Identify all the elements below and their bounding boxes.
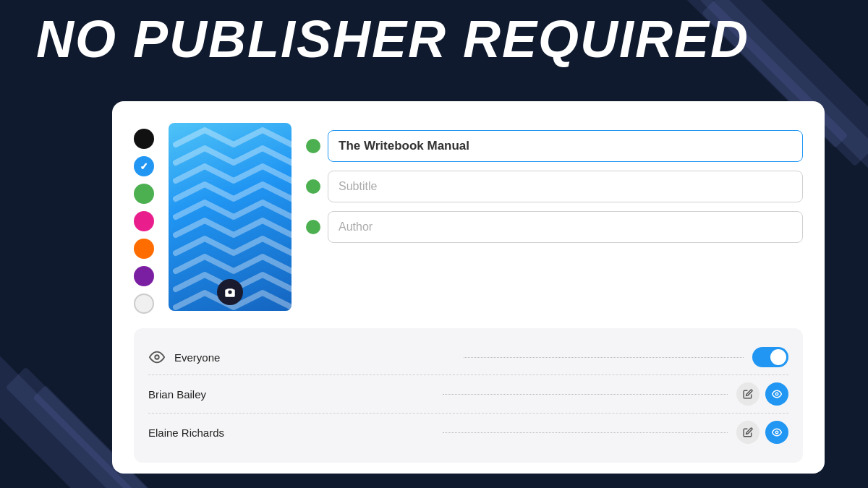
subtitle-indicator <box>306 179 320 194</box>
toggle-knob <box>770 349 786 365</box>
title-indicator <box>306 139 320 153</box>
top-section: ✓ <box>134 123 803 314</box>
elaine-view-button[interactable] <box>765 421 788 444</box>
page-title: NO PUBLISHER REQUIRED <box>36 13 749 65</box>
svg-point-0 <box>155 355 159 359</box>
color-option-white[interactable] <box>134 294 154 314</box>
dotted-line-everyone <box>464 357 744 358</box>
eye-icon-brian <box>772 389 782 399</box>
pencil-icon <box>743 389 753 399</box>
subtitle-input[interactable] <box>328 171 803 202</box>
author-indicator <box>306 220 320 234</box>
author-field-row <box>306 211 803 243</box>
dotted-line-elaine <box>443 432 728 433</box>
color-picker: ✓ <box>134 123 154 314</box>
permissions-section: Everyone Brian Bailey <box>134 328 803 463</box>
cover-preview <box>169 123 292 311</box>
svg-point-1 <box>775 393 778 395</box>
permission-row-everyone: Everyone <box>148 340 788 375</box>
color-option-purple[interactable] <box>134 266 154 286</box>
everyone-toggle[interactable] <box>752 347 788 367</box>
color-option-black[interactable] <box>134 129 154 149</box>
main-card: ✓ <box>112 101 825 474</box>
brian-actions <box>736 382 788 406</box>
elaine-actions <box>736 421 788 444</box>
color-option-blue[interactable]: ✓ <box>134 156 154 176</box>
permission-row-elaine: Elaine Richards <box>148 414 788 451</box>
camera-icon <box>224 286 237 299</box>
dotted-line-brian <box>443 394 728 395</box>
eye-icon-everyone <box>148 348 166 366</box>
everyone-label: Everyone <box>174 351 455 364</box>
elaine-richards-name: Elaine Richards <box>148 427 434 439</box>
brian-bailey-name: Brian Bailey <box>148 388 434 401</box>
camera-button[interactable] <box>217 279 243 305</box>
color-option-green[interactable] <box>134 184 154 204</box>
active-check: ✓ <box>140 161 148 172</box>
color-option-pink[interactable] <box>134 211 154 231</box>
brian-edit-button[interactable] <box>736 382 760 406</box>
title-input[interactable] <box>328 130 803 162</box>
brian-view-button[interactable] <box>765 382 788 406</box>
svg-point-2 <box>775 431 778 434</box>
elaine-edit-button[interactable] <box>736 421 760 444</box>
subtitle-field-row <box>306 171 803 202</box>
pencil-icon-elaine <box>743 427 753 437</box>
color-option-orange[interactable] <box>134 239 154 259</box>
fields-column <box>306 123 803 314</box>
permission-row-brian: Brian Bailey <box>148 375 788 414</box>
author-input[interactable] <box>328 211 803 243</box>
eye-icon-elaine <box>772 427 782 437</box>
title-field-row <box>306 130 803 162</box>
